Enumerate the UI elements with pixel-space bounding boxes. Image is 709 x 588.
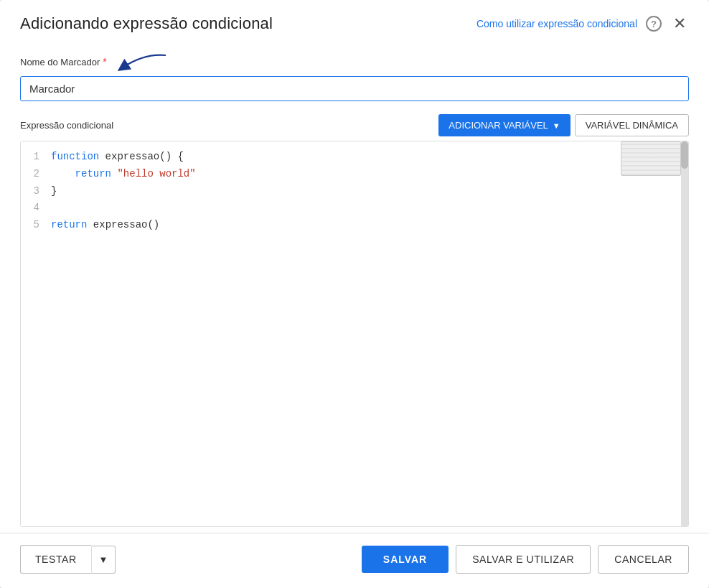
test-button[interactable]: TESTAR — [20, 545, 91, 574]
code-preview-thumb — [621, 141, 681, 176]
scrollbar-thumb[interactable] — [681, 141, 688, 169]
footer-left: TESTAR ▼ — [20, 545, 116, 574]
chevron-down-icon: ▼ — [553, 121, 560, 130]
scrollbar[interactable] — [681, 141, 688, 526]
code-line-5: return expressao() — [51, 217, 681, 234]
save-and-use-label: SALVAR E UTILIZAR — [472, 554, 574, 565]
save-and-use-button[interactable]: SALVAR E UTILIZAR — [456, 545, 591, 574]
code-line-2: return "hello world" — [51, 166, 681, 183]
cancel-button-label: CANCELAR — [614, 554, 672, 565]
chevron-down-icon: ▼ — [99, 554, 108, 565]
test-button-label: TESTAR — [35, 554, 77, 565]
modal-header: Adicionando expressão condicional Como u… — [0, 0, 709, 45]
close-icon[interactable]: ✕ — [670, 14, 689, 33]
footer-right: SALVAR SALVAR E UTILIZAR CANCELAR — [362, 545, 689, 574]
add-variable-label: ADICIONAR VARIÁVEL — [449, 120, 548, 131]
code-line-4 — [51, 200, 681, 217]
section-buttons: ADICIONAR VARIÁVEL ▼ VARIÁVEL DINÂMICA — [438, 114, 689, 136]
code-line-1: function expressao() { — [51, 149, 681, 166]
section-label: Expressão condicional — [20, 120, 113, 131]
code-editor[interactable]: 1 2 3 4 5 function expressao() { return … — [20, 141, 689, 527]
section-bar: Expressão condicional ADICIONAR VARIÁVEL… — [20, 114, 689, 136]
add-variable-button[interactable]: ADICIONAR VARIÁVEL ▼ — [438, 114, 570, 136]
modal-footer: TESTAR ▼ SALVAR SALVAR E UTILIZAR CANCEL… — [0, 533, 709, 588]
save-button[interactable]: SALVAR — [362, 546, 449, 573]
test-chevron-button[interactable]: ▼ — [91, 546, 116, 574]
dynamic-variable-label: VARIÁVEL DINÂMICA — [586, 120, 678, 131]
code-content[interactable]: function expressao() { return "hello wor… — [47, 141, 688, 526]
modal-title: Adicionando expressão condicional — [20, 14, 273, 33]
code-line-3: } — [51, 183, 681, 200]
save-button-label: SALVAR — [383, 554, 427, 565]
line-numbers: 1 2 3 4 5 — [21, 141, 47, 526]
arrow-annotation — [116, 52, 173, 72]
marker-name-input[interactable] — [20, 76, 689, 101]
help-link[interactable]: Como utilizar expressão condicional — [476, 18, 637, 29]
help-icon[interactable]: ? — [646, 16, 662, 32]
preview-thumb-inner — [621, 142, 680, 175]
field-label-text: Nome do Marcador — [20, 57, 100, 67]
modal-body: Nome do Marcador * Expressão condicional — [0, 45, 709, 527]
cancel-button[interactable]: CANCELAR — [598, 545, 689, 574]
field-label-row: Nome do Marcador * — [20, 52, 689, 72]
required-star: * — [103, 56, 106, 67]
dynamic-variable-button[interactable]: VARIÁVEL DINÂMICA — [575, 114, 689, 136]
modal-container: Adicionando expressão condicional Como u… — [0, 0, 709, 588]
header-right: Como utilizar expressão condicional ? ✕ — [476, 14, 689, 33]
